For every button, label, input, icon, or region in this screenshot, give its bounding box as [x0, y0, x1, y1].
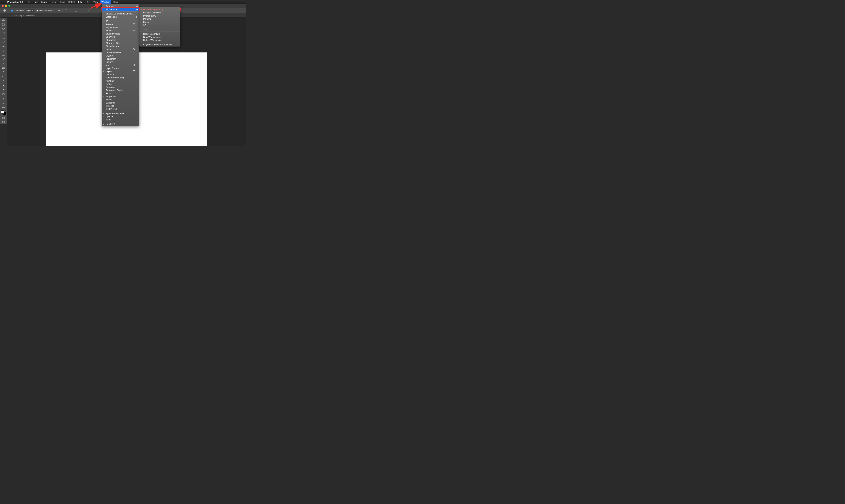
workspace-item[interactable]: ✓Essentials (Default)	[140, 8, 180, 11]
blur-tool[interactable]	[1, 71, 6, 74]
lasso-tool[interactable]	[1, 27, 6, 31]
align-vcenter-icon[interactable]: ≑	[69, 8, 73, 12]
move-tool[interactable]	[1, 18, 6, 22]
marquee-tool[interactable]	[1, 23, 6, 26]
window-menu-item[interactable]: Paragraph Styles	[102, 89, 139, 92]
eraser-tool[interactable]	[1, 62, 6, 66]
menu-filter[interactable]: Filter	[76, 0, 85, 4]
document-tab[interactable]: × Untitled-1 @ 100% (RGB/8)	[8, 15, 37, 17]
menu-view[interactable]: View	[91, 0, 100, 4]
menu-layer[interactable]: Layer	[49, 0, 58, 4]
path-select-tool[interactable]	[1, 88, 6, 92]
window-menu-item[interactable]: Glyphs	[102, 54, 139, 57]
align-top-icon[interactable]: ▔	[64, 8, 68, 12]
tool-preset-chevron-icon[interactable]: ▼	[7, 10, 10, 11]
window-menu-item[interactable]: Brush Presets	[102, 32, 139, 35]
window-menu-item[interactable]: Measurement Log	[102, 76, 139, 79]
zoom-tool[interactable]	[1, 101, 6, 105]
window-menu-item[interactable]: Adjustments	[102, 26, 139, 29]
window-menu-item[interactable]: Paragraph	[102, 85, 139, 89]
workspace-item[interactable]: 3D	[140, 23, 180, 27]
window-menu-item[interactable]: Layer Comps	[102, 67, 139, 70]
window-menu-item[interactable]: ColorF6	[102, 48, 139, 51]
menu-type[interactable]: Type	[58, 0, 67, 4]
window-menu-item[interactable]: BrushF5	[102, 29, 139, 32]
menu-help[interactable]: Help	[111, 0, 120, 4]
workspace-item[interactable]: Motion	[140, 20, 180, 23]
window-menu-item[interactable]: History	[102, 60, 139, 64]
menu-select[interactable]: Select	[67, 0, 76, 4]
workspace-item[interactable]: Painting	[140, 17, 180, 20]
window-menu-item[interactable]: InfoF8	[102, 64, 139, 67]
quick-mask-icon[interactable]	[1, 116, 6, 120]
window-menu-item[interactable]: Notes	[102, 82, 139, 85]
color-swatches[interactable]	[1, 110, 6, 115]
eyedropper-tool[interactable]	[1, 40, 6, 44]
stamp-tool[interactable]	[1, 53, 6, 57]
gradient-tool[interactable]	[1, 66, 6, 70]
align-left-icon[interactable]: ▏	[82, 8, 85, 12]
auto-select-target-dropdown[interactable]: Layer	[25, 9, 34, 12]
window-menu-item[interactable]: Arrange▶	[102, 4, 139, 8]
window-menu-item[interactable]: Extensions▶	[102, 15, 139, 18]
window-menu-item[interactable]: Browse Extensions Online...	[102, 12, 139, 15]
menu-window[interactable]: Window	[100, 0, 111, 4]
window-menu-item[interactable]: Character Styles	[102, 41, 139, 44]
window-menu-item[interactable]: Tool Presets	[102, 107, 139, 110]
window-menu-item[interactable]: Swatches	[102, 101, 139, 104]
window-menu-item[interactable]: Paths	[102, 92, 139, 95]
window-close-icon[interactable]	[2, 5, 4, 7]
window-menu-item[interactable]: ✓Properties	[102, 95, 139, 98]
rectangle-tool[interactable]	[1, 92, 6, 96]
window-menu-item[interactable]: Workspace▶	[102, 8, 139, 11]
window-menu-item[interactable]: Actions⌥F9	[102, 23, 139, 26]
window-menu-item[interactable]: ✓Libraries	[102, 73, 139, 76]
workspace-item[interactable]: Keyboard Shortcuts & Menus...	[140, 43, 180, 46]
edit-toolbar-icon[interactable]: •••	[1, 105, 6, 109]
dodge-tool[interactable]	[1, 75, 6, 79]
healing-brush-tool[interactable]	[1, 44, 6, 48]
auto-select-checkbox[interactable]: Auto-Select:	[11, 10, 24, 12]
window-menu-item[interactable]: ✓Options	[102, 115, 139, 118]
workspace-item[interactable]: Graphic and Web	[140, 11, 180, 14]
window-menu-item[interactable]: ✓Application Frame	[102, 112, 139, 115]
brush-tool[interactable]	[1, 49, 6, 53]
magic-wand-tool[interactable]	[1, 31, 6, 35]
move-tool-icon[interactable]	[2, 8, 6, 12]
close-tab-icon[interactable]: ×	[10, 15, 11, 17]
show-transform-input[interactable]	[36, 10, 38, 12]
window-menu-item[interactable]: Timeline	[102, 104, 139, 107]
window-menu-item[interactable]: Character	[102, 38, 139, 41]
window-menu-item[interactable]: Styles	[102, 98, 139, 101]
hand-tool[interactable]	[1, 97, 6, 101]
screen-mode-icon[interactable]	[1, 120, 6, 124]
type-tool[interactable]: T	[1, 84, 6, 88]
history-brush-tool[interactable]	[1, 57, 6, 61]
foreground-color-swatch[interactable]	[1, 110, 4, 114]
window-menu-item[interactable]: Histogram	[102, 57, 139, 60]
menu-photoshop[interactable]: Photoshop CC	[5, 0, 25, 4]
window-menu-item[interactable]: ✓Untitled-1	[102, 122, 139, 125]
workspace-item[interactable]: Photography	[140, 14, 180, 17]
window-menu-item[interactable]: Channels	[102, 35, 139, 38]
menu-3d[interactable]: 3D	[85, 0, 91, 4]
window-menu-item[interactable]: Device Preview	[102, 51, 139, 54]
pen-tool[interactable]	[1, 79, 6, 83]
window-menu-item[interactable]: 3D	[102, 19, 139, 23]
menu-file[interactable]: File	[25, 0, 32, 4]
window-menu-item[interactable]: ✓Tools	[102, 118, 139, 121]
align-hcenter-icon[interactable]: ┼	[87, 8, 90, 12]
workspace-item[interactable]: Reset Essentials	[140, 32, 180, 35]
align-bottom-icon[interactable]: ▁	[74, 8, 78, 12]
auto-select-input[interactable]	[11, 10, 13, 12]
workspace-item[interactable]: Delete Workspace...	[140, 38, 180, 42]
menu-edit[interactable]: Edit	[32, 0, 39, 4]
align-right-icon[interactable]: ▕	[91, 8, 95, 12]
crop-tool[interactable]	[1, 36, 6, 39]
window-minimize-icon[interactable]	[5, 5, 7, 7]
menu-image[interactable]: Image	[39, 0, 49, 4]
window-maximize-icon[interactable]	[8, 5, 10, 7]
window-menu-item[interactable]: Clone Source	[102, 44, 139, 48]
window-menu-item[interactable]: ✓LayersF7	[102, 70, 139, 73]
show-transform-checkbox[interactable]: Show Transform Controls	[36, 10, 61, 12]
